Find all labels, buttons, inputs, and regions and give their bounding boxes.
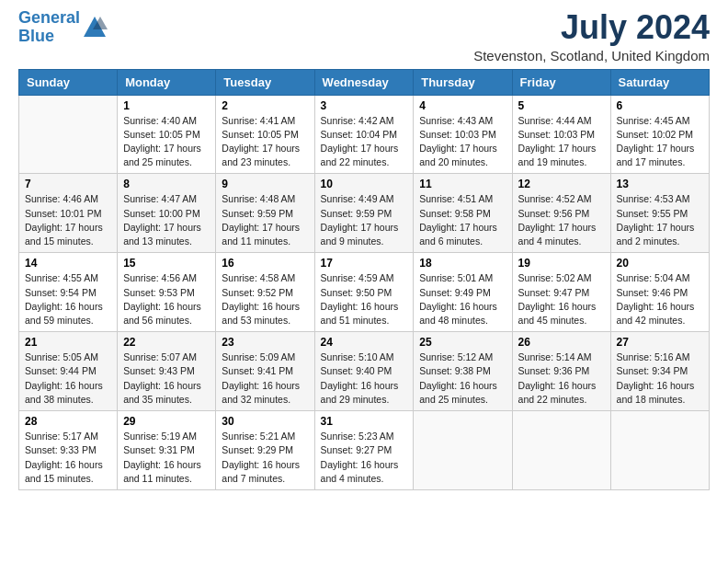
calendar-cell: 28Sunrise: 5:17 AM Sunset: 9:33 PM Dayli… xyxy=(19,411,118,490)
day-info: Sunrise: 4:46 AM Sunset: 10:01 PM Daylig… xyxy=(25,192,111,248)
day-number: 8 xyxy=(123,178,210,190)
logo-icon xyxy=(82,15,108,40)
day-info: Sunrise: 5:04 AM Sunset: 9:46 PM Dayligh… xyxy=(617,271,703,327)
header: GeneralBlue July 2024 Stevenston, Scotla… xyxy=(18,9,710,63)
calendar-cell: 30Sunrise: 5:21 AM Sunset: 9:29 PM Dayli… xyxy=(216,411,314,490)
day-info: Sunrise: 4:58 AM Sunset: 9:52 PM Dayligh… xyxy=(222,271,308,327)
calendar-header-row: Sunday Monday Tuesday Wednesday Thursday… xyxy=(19,69,710,95)
logo-text: GeneralBlue xyxy=(18,9,80,46)
col-thursday: Thursday xyxy=(414,69,512,95)
calendar-cell: 21Sunrise: 5:05 AM Sunset: 9:44 PM Dayli… xyxy=(19,332,118,411)
calendar-week-row: 21Sunrise: 5:05 AM Sunset: 9:44 PM Dayli… xyxy=(19,332,710,411)
calendar-cell xyxy=(414,411,512,490)
day-info: Sunrise: 5:05 AM Sunset: 9:44 PM Dayligh… xyxy=(25,350,111,407)
calendar-cell: 31Sunrise: 5:23 AM Sunset: 9:27 PM Dayli… xyxy=(314,411,414,490)
day-number: 3 xyxy=(321,99,408,112)
calendar-cell: 25Sunrise: 5:12 AM Sunset: 9:38 PM Dayli… xyxy=(414,332,512,411)
calendar-cell: 4Sunrise: 4:43 AM Sunset: 10:03 PM Dayli… xyxy=(414,95,512,174)
day-info: Sunrise: 4:59 AM Sunset: 9:50 PM Dayligh… xyxy=(321,271,408,327)
title-area: July 2024 Stevenston, Scotland, United K… xyxy=(473,9,710,63)
calendar-cell xyxy=(512,411,610,490)
day-number: 28 xyxy=(25,415,111,428)
col-friday: Friday xyxy=(512,69,610,95)
col-monday: Monday xyxy=(118,69,216,95)
day-number: 31 xyxy=(321,415,408,428)
calendar-cell: 2Sunrise: 4:41 AM Sunset: 10:05 PM Dayli… xyxy=(216,95,314,174)
calendar-cell: 17Sunrise: 4:59 AM Sunset: 9:50 PM Dayli… xyxy=(314,253,414,332)
day-number: 23 xyxy=(222,336,308,349)
calendar-cell: 10Sunrise: 4:49 AM Sunset: 9:59 PM Dayli… xyxy=(314,174,414,253)
day-info: Sunrise: 4:43 AM Sunset: 10:03 PM Daylig… xyxy=(419,114,506,170)
col-wednesday: Wednesday xyxy=(314,69,414,95)
day-info: Sunrise: 5:14 AM Sunset: 9:36 PM Dayligh… xyxy=(518,350,605,407)
calendar-cell: 18Sunrise: 5:01 AM Sunset: 9:49 PM Dayli… xyxy=(414,253,512,332)
day-info: Sunrise: 5:16 AM Sunset: 9:34 PM Dayligh… xyxy=(617,350,703,407)
day-number: 4 xyxy=(419,99,506,112)
calendar-cell: 6Sunrise: 4:45 AM Sunset: 10:02 PM Dayli… xyxy=(610,95,709,174)
day-number: 16 xyxy=(222,257,308,270)
calendar-cell: 9Sunrise: 4:48 AM Sunset: 9:59 PM Daylig… xyxy=(216,174,314,253)
day-info: Sunrise: 5:17 AM Sunset: 9:33 PM Dayligh… xyxy=(25,430,111,486)
calendar-cell: 26Sunrise: 5:14 AM Sunset: 9:36 PM Dayli… xyxy=(512,332,610,411)
day-number: 29 xyxy=(123,415,210,428)
day-number: 30 xyxy=(222,415,308,428)
day-info: Sunrise: 4:55 AM Sunset: 9:54 PM Dayligh… xyxy=(25,271,111,327)
location: Stevenston, Scotland, United Kingdom xyxy=(473,48,710,63)
calendar-cell: 11Sunrise: 4:51 AM Sunset: 9:58 PM Dayli… xyxy=(414,174,512,253)
day-number: 2 xyxy=(222,99,308,112)
day-info: Sunrise: 4:56 AM Sunset: 9:53 PM Dayligh… xyxy=(123,271,210,327)
calendar-cell: 14Sunrise: 4:55 AM Sunset: 9:54 PM Dayli… xyxy=(19,253,118,332)
day-number: 13 xyxy=(617,178,703,190)
day-number: 6 xyxy=(617,99,703,112)
calendar-cell: 27Sunrise: 5:16 AM Sunset: 9:34 PM Dayli… xyxy=(610,332,709,411)
day-number: 12 xyxy=(518,178,605,190)
calendar-cell: 20Sunrise: 5:04 AM Sunset: 9:46 PM Dayli… xyxy=(610,253,709,332)
calendar-cell xyxy=(19,95,118,174)
logo: GeneralBlue xyxy=(18,9,108,46)
calendar-cell: 5Sunrise: 4:44 AM Sunset: 10:03 PM Dayli… xyxy=(512,95,610,174)
day-info: Sunrise: 5:12 AM Sunset: 9:38 PM Dayligh… xyxy=(419,350,506,407)
day-info: Sunrise: 4:41 AM Sunset: 10:05 PM Daylig… xyxy=(222,114,308,170)
day-info: Sunrise: 4:53 AM Sunset: 9:55 PM Dayligh… xyxy=(617,192,703,248)
day-info: Sunrise: 5:01 AM Sunset: 9:49 PM Dayligh… xyxy=(419,271,506,327)
month-title: July 2024 xyxy=(473,9,710,46)
day-info: Sunrise: 5:09 AM Sunset: 9:41 PM Dayligh… xyxy=(222,350,308,407)
day-number: 26 xyxy=(518,336,605,349)
day-info: Sunrise: 5:21 AM Sunset: 9:29 PM Dayligh… xyxy=(222,430,308,486)
day-info: Sunrise: 4:48 AM Sunset: 9:59 PM Dayligh… xyxy=(222,192,308,248)
day-number: 20 xyxy=(617,257,703,270)
calendar-cell: 8Sunrise: 4:47 AM Sunset: 10:00 PM Dayli… xyxy=(118,174,216,253)
day-number: 24 xyxy=(321,336,408,349)
day-info: Sunrise: 5:19 AM Sunset: 9:31 PM Dayligh… xyxy=(123,430,210,486)
day-number: 9 xyxy=(222,178,308,190)
day-number: 7 xyxy=(25,178,111,190)
col-saturday: Saturday xyxy=(610,69,709,95)
calendar-cell: 23Sunrise: 5:09 AM Sunset: 9:41 PM Dayli… xyxy=(216,332,314,411)
day-number: 27 xyxy=(617,336,703,349)
day-info: Sunrise: 4:49 AM Sunset: 9:59 PM Dayligh… xyxy=(321,192,408,248)
day-number: 17 xyxy=(321,257,408,270)
day-number: 22 xyxy=(123,336,210,349)
calendar-cell: 22Sunrise: 5:07 AM Sunset: 9:43 PM Dayli… xyxy=(118,332,216,411)
calendar-cell xyxy=(610,411,709,490)
day-info: Sunrise: 4:47 AM Sunset: 10:00 PM Daylig… xyxy=(123,192,210,248)
calendar-week-row: 14Sunrise: 4:55 AM Sunset: 9:54 PM Dayli… xyxy=(19,253,710,332)
calendar-cell: 1Sunrise: 4:40 AM Sunset: 10:05 PM Dayli… xyxy=(118,95,216,174)
day-number: 14 xyxy=(25,257,111,270)
calendar-table: Sunday Monday Tuesday Wednesday Thursday… xyxy=(18,69,710,490)
day-info: Sunrise: 4:52 AM Sunset: 9:56 PM Dayligh… xyxy=(518,192,605,248)
day-info: Sunrise: 4:42 AM Sunset: 10:04 PM Daylig… xyxy=(321,114,408,170)
day-number: 11 xyxy=(419,178,506,190)
col-tuesday: Tuesday xyxy=(216,69,314,95)
calendar-cell: 15Sunrise: 4:56 AM Sunset: 9:53 PM Dayli… xyxy=(118,253,216,332)
day-info: Sunrise: 5:07 AM Sunset: 9:43 PM Dayligh… xyxy=(123,350,210,407)
day-number: 19 xyxy=(518,257,605,270)
calendar-cell: 12Sunrise: 4:52 AM Sunset: 9:56 PM Dayli… xyxy=(512,174,610,253)
day-number: 10 xyxy=(321,178,408,190)
calendar-cell: 16Sunrise: 4:58 AM Sunset: 9:52 PM Dayli… xyxy=(216,253,314,332)
calendar-cell: 19Sunrise: 5:02 AM Sunset: 9:47 PM Dayli… xyxy=(512,253,610,332)
calendar-cell: 3Sunrise: 4:42 AM Sunset: 10:04 PM Dayli… xyxy=(314,95,414,174)
calendar-cell: 13Sunrise: 4:53 AM Sunset: 9:55 PM Dayli… xyxy=(610,174,709,253)
day-info: Sunrise: 5:23 AM Sunset: 9:27 PM Dayligh… xyxy=(321,430,408,486)
day-number: 5 xyxy=(518,99,605,112)
